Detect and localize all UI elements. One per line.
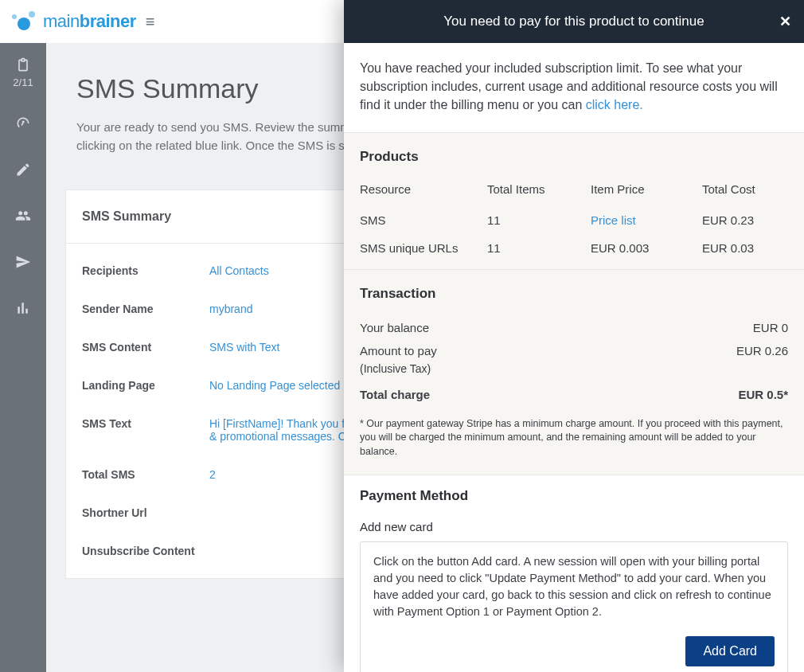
logo[interactable]: mainbrainer	[10, 10, 136, 33]
close-icon[interactable]: ✕	[779, 13, 791, 30]
price-list-link[interactable]: Price list	[591, 213, 636, 227]
label: Recipients	[82, 264, 209, 277]
nav-people[interactable]	[15, 208, 31, 227]
label: Total charge	[360, 388, 430, 401]
value: EUR 0.5*	[738, 388, 788, 401]
logo-text: mainbrainer	[43, 11, 136, 32]
payment-method-section: Payment Method Add new card Click on the…	[344, 475, 804, 672]
label: Total SMS	[82, 468, 209, 481]
left-sidebar: 2/11	[0, 43, 46, 672]
products-table: Resource Total Items Item Price Total Co…	[360, 178, 788, 263]
chart-icon	[15, 300, 31, 316]
tax-note: (Inclusive Tax)	[360, 362, 788, 375]
cell-resource: SMS unique URLs	[360, 235, 487, 263]
pencil-icon	[15, 162, 31, 178]
th-price: Item Price	[591, 178, 702, 207]
nav-send[interactable]	[15, 254, 31, 273]
send-icon	[15, 254, 31, 270]
label: Amount to pay	[360, 344, 437, 357]
label: Unsubscribe Content	[82, 545, 209, 557]
label: Landing Page	[82, 379, 209, 392]
th-cost: Total Cost	[702, 178, 788, 207]
nav-analytics[interactable]	[15, 300, 31, 319]
cell-resource: SMS	[360, 207, 487, 235]
logo-icon	[10, 10, 38, 33]
nav-dashboard[interactable]	[15, 115, 31, 135]
nav-edit[interactable]	[15, 162, 31, 181]
label: SMS Content	[82, 341, 209, 354]
transaction-row-total: Total charge EUR 0.5*	[360, 383, 788, 406]
drawer-title: You need to pay for this product to cont…	[443, 14, 704, 29]
cell-items: 11	[487, 235, 591, 263]
people-icon	[15, 208, 31, 224]
add-card-button[interactable]: Add Card	[685, 636, 775, 666]
table-row: SMS unique URLs 11 EUR 0.003 EUR 0.03	[360, 235, 788, 263]
drawer-header: You need to pay for this product to cont…	[344, 0, 804, 43]
hamburger-icon[interactable]: ≡	[146, 13, 155, 31]
transaction-row-amount: Amount to pay EUR 0.26	[360, 339, 788, 362]
table-row: SMS 11 Price list EUR 0.23	[360, 207, 788, 235]
cell-cost: EUR 0.23	[702, 207, 788, 235]
label: Sender Name	[82, 303, 209, 315]
payment-drawer: You need to pay for this product to cont…	[344, 0, 804, 672]
label: Shortner Url	[82, 506, 209, 519]
transaction-row-balance: Your balance EUR 0	[360, 316, 788, 339]
cell-cost: EUR 0.03	[702, 235, 788, 263]
transaction-heading: Transaction	[360, 286, 788, 302]
payment-method-heading: Payment Method	[360, 488, 788, 504]
value: EUR 0.26	[736, 344, 788, 357]
fineprint: * Our payment gateway Stripe has a minim…	[360, 417, 788, 459]
products-heading: Products	[360, 149, 788, 165]
label: SMS Text	[82, 417, 209, 443]
th-items: Total Items	[487, 178, 591, 207]
step-indicator[interactable]: 2/11	[13, 57, 33, 88]
products-block: Products Resource Total Items Item Price…	[344, 132, 804, 270]
click-here-link[interactable]: click here.	[586, 98, 643, 111]
th-resource: Resource	[360, 178, 487, 207]
cell-price: EUR 0.003	[591, 235, 702, 263]
drawer-intro: You have reached your included subscript…	[344, 43, 804, 132]
add-card-heading: Add new card	[360, 520, 788, 533]
clipboard-icon	[15, 57, 31, 73]
value: EUR 0	[753, 321, 788, 334]
gauge-icon	[15, 115, 31, 131]
add-card-box: Click on the button Add card. A new sess…	[360, 541, 788, 672]
add-card-desc: Click on the button Add card. A new sess…	[373, 555, 771, 618]
transaction-block: Transaction Your balance EUR 0 Amount to…	[344, 270, 804, 476]
cell-items: 11	[487, 207, 591, 235]
step-counter: 2/11	[13, 76, 33, 88]
label: Your balance	[360, 321, 429, 334]
